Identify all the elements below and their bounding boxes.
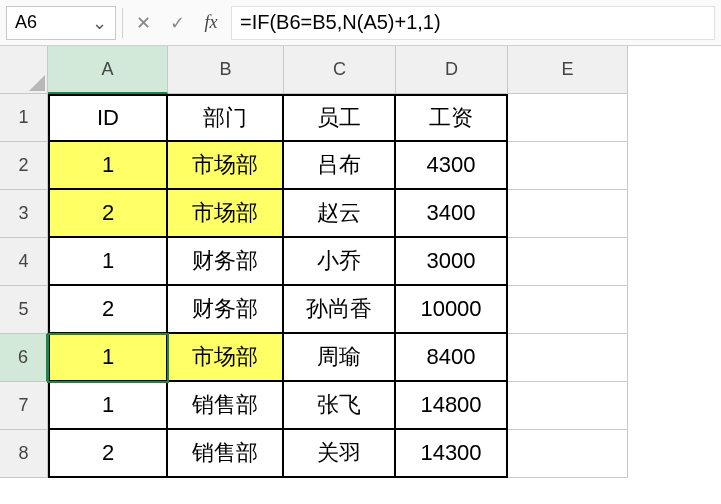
formula-bar: A6 ⌄ ✕ ✓ fx =IF(B6=B5,N(A5)+1,1) bbox=[0, 0, 721, 46]
cell-D2[interactable]: 4300 bbox=[396, 142, 508, 190]
select-all-corner[interactable] bbox=[0, 46, 48, 94]
cell-E8[interactable] bbox=[508, 430, 628, 478]
row-header-5[interactable]: 5 bbox=[0, 286, 48, 334]
col-header-A[interactable]: A bbox=[48, 46, 168, 94]
chevron-down-icon[interactable]: ⌄ bbox=[92, 12, 107, 34]
row-header-2[interactable]: 2 bbox=[0, 142, 48, 190]
cell-D5[interactable]: 10000 bbox=[396, 286, 508, 334]
cell-C2[interactable]: 吕布 bbox=[284, 142, 396, 190]
cell-A5[interactable]: 2 bbox=[48, 286, 168, 334]
cell-D7[interactable]: 14800 bbox=[396, 382, 508, 430]
cell-D8[interactable]: 14300 bbox=[396, 430, 508, 478]
formula-input[interactable]: =IF(B6=B5,N(A5)+1,1) bbox=[231, 6, 715, 40]
cell-A1[interactable]: ID bbox=[48, 94, 168, 142]
cell-E1[interactable] bbox=[508, 94, 628, 142]
cell-C8[interactable]: 关羽 bbox=[284, 430, 396, 478]
cell-D3[interactable]: 3400 bbox=[396, 190, 508, 238]
cell-B8[interactable]: 销售部 bbox=[168, 430, 284, 478]
cell-E5[interactable] bbox=[508, 286, 628, 334]
cell-D1[interactable]: 工资 bbox=[396, 94, 508, 142]
row-header-6[interactable]: 6 bbox=[0, 334, 48, 382]
col-header-D[interactable]: D bbox=[396, 46, 508, 94]
cell-D6[interactable]: 8400 bbox=[396, 334, 508, 382]
separator bbox=[122, 8, 123, 38]
cell-C6[interactable]: 周瑜 bbox=[284, 334, 396, 382]
cell-A6[interactable]: 1 bbox=[48, 334, 168, 382]
cell-C3[interactable]: 赵云 bbox=[284, 190, 396, 238]
name-box-value: A6 bbox=[15, 12, 37, 33]
cell-A3[interactable]: 2 bbox=[48, 190, 168, 238]
cell-B4[interactable]: 财务部 bbox=[168, 238, 284, 286]
formula-text: =IF(B6=B5,N(A5)+1,1) bbox=[240, 11, 441, 34]
cell-E6[interactable] bbox=[508, 334, 628, 382]
cell-B7[interactable]: 销售部 bbox=[168, 382, 284, 430]
col-header-E[interactable]: E bbox=[508, 46, 628, 94]
cell-A2[interactable]: 1 bbox=[48, 142, 168, 190]
cell-D4[interactable]: 3000 bbox=[396, 238, 508, 286]
cell-E7[interactable] bbox=[508, 382, 628, 430]
col-header-B[interactable]: B bbox=[168, 46, 284, 94]
row-header-4[interactable]: 4 bbox=[0, 238, 48, 286]
cancel-icon[interactable]: ✕ bbox=[129, 8, 157, 38]
row-header-1[interactable]: 1 bbox=[0, 94, 48, 142]
sheet-grid: A B C D E 1 ID 部门 员工 工资 2 1 市场部 吕布 4300 … bbox=[0, 46, 721, 478]
cell-E3[interactable] bbox=[508, 190, 628, 238]
fx-icon[interactable]: fx bbox=[197, 8, 225, 38]
col-header-C[interactable]: C bbox=[284, 46, 396, 94]
cell-A4[interactable]: 1 bbox=[48, 238, 168, 286]
cell-C4[interactable]: 小乔 bbox=[284, 238, 396, 286]
cell-C1[interactable]: 员工 bbox=[284, 94, 396, 142]
cell-B5[interactable]: 财务部 bbox=[168, 286, 284, 334]
row-header-8[interactable]: 8 bbox=[0, 430, 48, 478]
cell-C7[interactable]: 张飞 bbox=[284, 382, 396, 430]
cell-C5[interactable]: 孙尚香 bbox=[284, 286, 396, 334]
row-header-3[interactable]: 3 bbox=[0, 190, 48, 238]
cell-B1[interactable]: 部门 bbox=[168, 94, 284, 142]
cell-B2[interactable]: 市场部 bbox=[168, 142, 284, 190]
cell-A8[interactable]: 2 bbox=[48, 430, 168, 478]
cell-B6[interactable]: 市场部 bbox=[168, 334, 284, 382]
cell-B3[interactable]: 市场部 bbox=[168, 190, 284, 238]
cell-E2[interactable] bbox=[508, 142, 628, 190]
row-header-7[interactable]: 7 bbox=[0, 382, 48, 430]
enter-icon[interactable]: ✓ bbox=[163, 8, 191, 38]
name-box[interactable]: A6 ⌄ bbox=[6, 6, 116, 40]
cell-E4[interactable] bbox=[508, 238, 628, 286]
cell-A7[interactable]: 1 bbox=[48, 382, 168, 430]
